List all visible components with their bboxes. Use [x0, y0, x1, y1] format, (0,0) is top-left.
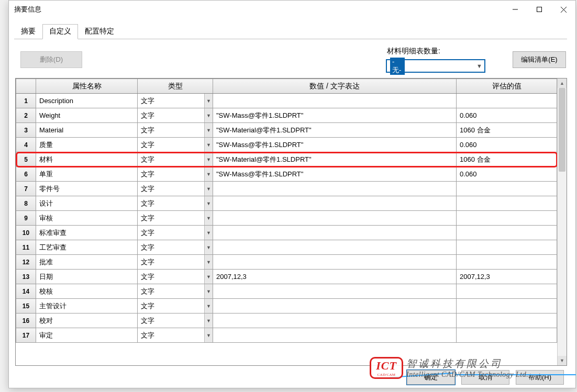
cell-evaluated[interactable]: [457, 240, 557, 255]
row-number[interactable]: 2: [16, 108, 36, 123]
scroll-thumb[interactable]: [559, 88, 565, 172]
cell-type[interactable]: 文字▼: [138, 167, 213, 182]
table-row[interactable]: 13日期文字▼2007,12,32007,12,3: [16, 270, 557, 284]
cell-type[interactable]: 文字▼: [138, 108, 213, 123]
chevron-down-icon[interactable]: ▼: [204, 313, 213, 328]
table-row[interactable]: 9审核文字▼: [16, 211, 557, 226]
cell-evaluated[interactable]: [457, 299, 557, 313]
chevron-down-icon[interactable]: ▼: [204, 196, 213, 210]
chevron-down-icon[interactable]: ▼: [204, 138, 213, 152]
cell-evaluated[interactable]: 1060 合金: [457, 152, 557, 167]
cancel-button[interactable]: 取消: [461, 370, 509, 385]
chevron-down-icon[interactable]: ▼: [204, 167, 213, 181]
chevron-down-icon[interactable]: ▼: [204, 94, 213, 108]
cell-type[interactable]: 文字▼: [138, 328, 213, 343]
table-row[interactable]: 8设计文字▼: [16, 196, 557, 211]
tab-summary[interactable]: 摘要: [14, 24, 42, 39]
cell-type[interactable]: 文字▼: [138, 226, 213, 240]
close-button[interactable]: [551, 1, 575, 18]
chevron-down-icon[interactable]: ▼: [204, 108, 213, 122]
cell-evaluated[interactable]: [457, 284, 557, 299]
row-number[interactable]: 5: [16, 152, 36, 167]
col-type[interactable]: 类型: [138, 79, 213, 94]
chevron-down-icon[interactable]: ▼: [204, 240, 213, 254]
bom-quantity-combo[interactable]: -无- ▼: [386, 59, 485, 73]
chevron-down-icon[interactable]: ▼: [204, 123, 213, 137]
cell-type[interactable]: 文字▼: [138, 152, 213, 167]
row-number[interactable]: 11: [16, 240, 36, 255]
cell-type[interactable]: 文字▼: [138, 211, 213, 226]
cell-property-name[interactable]: 材料: [36, 152, 138, 167]
col-value[interactable]: 数值 / 文字表达: [213, 79, 457, 94]
cell-property-name[interactable]: Material: [36, 123, 138, 138]
cell-evaluated[interactable]: [457, 196, 557, 211]
table-row[interactable]: 12批准文字▼: [16, 255, 557, 270]
cell-property-name[interactable]: 工艺审查: [36, 240, 138, 255]
tab-custom[interactable]: 自定义: [42, 24, 78, 39]
cell-value[interactable]: [213, 328, 457, 343]
cell-property-name[interactable]: 审核: [36, 211, 138, 226]
table-row[interactable]: 15主管设计文字▼: [16, 299, 557, 313]
maximize-button[interactable]: [527, 1, 551, 18]
row-number[interactable]: 8: [16, 196, 36, 211]
table-row[interactable]: 3Material文字▼"SW-Material@零件1.SLDPRT"1060…: [16, 123, 557, 138]
row-number[interactable]: 12: [16, 255, 36, 270]
chevron-down-icon[interactable]: ▼: [204, 255, 213, 269]
chevron-down-icon[interactable]: ▼: [204, 226, 213, 240]
cell-evaluated[interactable]: [457, 255, 557, 270]
cell-value[interactable]: [213, 313, 457, 328]
cell-value[interactable]: "SW-Mass@零件1.SLDPRT": [213, 167, 457, 182]
cell-property-name[interactable]: 零件号: [36, 182, 138, 196]
cell-property-name[interactable]: 审定: [36, 328, 138, 343]
row-number[interactable]: 6: [16, 167, 36, 182]
chevron-down-icon[interactable]: ▼: [204, 152, 213, 166]
cell-value[interactable]: [213, 211, 457, 226]
cell-value[interactable]: 2007,12,3: [213, 270, 457, 284]
delete-button[interactable]: 删除(D): [20, 51, 82, 68]
cell-value[interactable]: [213, 196, 457, 211]
cell-evaluated[interactable]: [457, 226, 557, 240]
table-row[interactable]: 1Description文字▼: [16, 94, 557, 108]
cell-type[interactable]: 文字▼: [138, 299, 213, 313]
row-number[interactable]: 1: [16, 94, 36, 108]
cell-type[interactable]: 文字▼: [138, 284, 213, 299]
cell-property-name[interactable]: 单重: [36, 167, 138, 182]
cell-value[interactable]: [213, 255, 457, 270]
cell-type[interactable]: 文字▼: [138, 240, 213, 255]
cell-property-name[interactable]: 主管设计: [36, 299, 138, 313]
cell-evaluated[interactable]: [457, 211, 557, 226]
cell-property-name[interactable]: 质量: [36, 138, 138, 152]
row-number[interactable]: 4: [16, 138, 36, 152]
cell-value[interactable]: [213, 182, 457, 196]
cell-type[interactable]: 文字▼: [138, 313, 213, 328]
table-row[interactable]: 5材料文字▼"SW-Material@零件1.SLDPRT"1060 合金: [16, 152, 557, 167]
cell-type[interactable]: 文字▼: [138, 182, 213, 196]
cell-evaluated[interactable]: 0.060: [457, 108, 557, 123]
row-number[interactable]: 9: [16, 211, 36, 226]
cell-property-name[interactable]: 设计: [36, 196, 138, 211]
table-row[interactable]: 2Weight文字▼"SW-Mass@零件1.SLDPRT"0.060: [16, 108, 557, 123]
cell-value[interactable]: [213, 226, 457, 240]
row-number[interactable]: 17: [16, 328, 36, 343]
cell-property-name[interactable]: 日期: [36, 270, 138, 284]
ok-button[interactable]: 确定: [407, 370, 455, 385]
cell-value[interactable]: [213, 284, 457, 299]
table-row[interactable]: 11工艺审查文字▼: [16, 240, 557, 255]
help-button[interactable]: 帮助(H): [516, 370, 564, 385]
cell-type[interactable]: 文字▼: [138, 270, 213, 284]
cell-value[interactable]: [213, 94, 457, 108]
tab-config-specific[interactable]: 配置特定: [78, 24, 121, 39]
chevron-down-icon[interactable]: ▼: [204, 182, 213, 196]
cell-evaluated[interactable]: [457, 182, 557, 196]
scroll-down-icon[interactable]: ▼: [558, 356, 567, 365]
chevron-down-icon[interactable]: ▼: [204, 211, 213, 225]
chevron-down-icon[interactable]: ▼: [204, 299, 213, 313]
cell-evaluated[interactable]: [457, 94, 557, 108]
chevron-down-icon[interactable]: ▼: [204, 284, 213, 298]
cell-type[interactable]: 文字▼: [138, 138, 213, 152]
row-number[interactable]: 7: [16, 182, 36, 196]
cell-evaluated[interactable]: 2007,12,3: [457, 270, 557, 284]
table-row[interactable]: 4质量文字▼"SW-Mass@零件1.SLDPRT"0.060: [16, 138, 557, 152]
table-row[interactable]: 7零件号文字▼: [16, 182, 557, 196]
cell-evaluated[interactable]: 0.060: [457, 138, 557, 152]
